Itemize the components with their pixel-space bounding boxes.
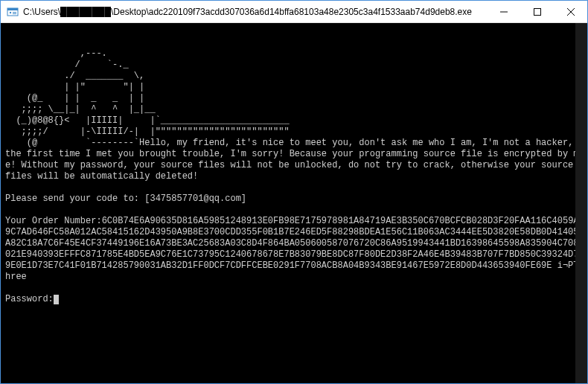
close-button[interactable]	[554, 1, 587, 22]
svg-rect-6	[534, 8, 540, 15]
svg-rect-1	[7, 8, 18, 10]
titlebar-title: C:\Users\████████\Desktop\adc220109f73ac…	[23, 7, 487, 17]
titlebar[interactable]: C:\Users\████████\Desktop\adc220109f73ac…	[1, 1, 587, 23]
titlebar-buttons	[487, 1, 587, 22]
minimize-button[interactable]	[487, 1, 520, 22]
app-window: C:\Users\████████\Desktop\adc220109f73ac…	[0, 0, 588, 384]
scrollbar[interactable]	[575, 23, 587, 383]
svg-point-2	[10, 11, 11, 13]
app-icon	[7, 6, 19, 18]
order-label: Your Order Number:	[5, 216, 102, 226]
console-area[interactable]: ,---. / `-._ ./ _______ \, | |" "| | (@_…	[1, 23, 587, 383]
ascii-art: ,---. / `-._ ./ _______ \, | |" "| | (@_…	[5, 48, 290, 148]
maximize-button[interactable]	[520, 1, 554, 22]
text-cursor	[54, 295, 59, 304]
send-code-email: [3475857701@qq.com]	[144, 193, 246, 204]
svg-rect-3	[13, 12, 16, 13]
password-prompt: Password:	[5, 294, 54, 304]
svg-rect-4	[13, 13, 16, 14]
send-code-label: Please send your code to:	[5, 193, 144, 204]
